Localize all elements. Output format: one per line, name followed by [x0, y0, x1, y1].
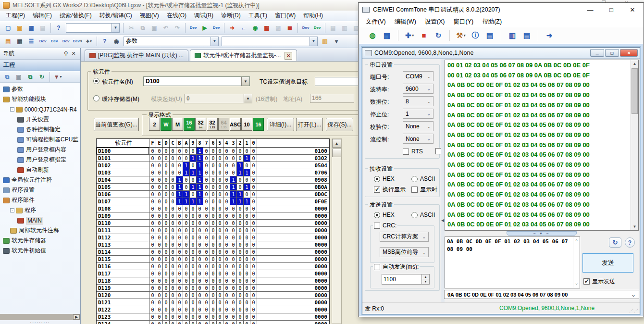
- bit-cell[interactable]: 0: [197, 234, 203, 241]
- bit-cell[interactable]: 0: [217, 313, 223, 320]
- bit-cell[interactable]: 0: [149, 285, 156, 291]
- bit-cell[interactable]: 0: [170, 205, 176, 212]
- buffer-monitor-icon[interactable]: ▦: [261, 23, 272, 33]
- bit-cell[interactable]: 0: [223, 249, 230, 255]
- bit-cell[interactable]: 0: [230, 256, 237, 262]
- bit-cell[interactable]: 0: [203, 321, 210, 324]
- bit-cell[interactable]: 0: [183, 299, 190, 306]
- bit-cell[interactable]: 0: [230, 263, 237, 270]
- port-select[interactable]: COM9⌄: [403, 71, 433, 81]
- bit-cell[interactable]: 0: [149, 270, 156, 277]
- bit-cell[interactable]: 0: [163, 212, 170, 219]
- new-project-icon[interactable]: ▢: [3, 23, 13, 33]
- connect-icon[interactable]: ◍: [365, 30, 380, 41]
- crc-checkbox[interactable]: CRC:: [373, 222, 397, 229]
- bit-cell[interactable]: 0: [176, 205, 183, 212]
- menu-item[interactable]: 视图(V): [136, 10, 163, 21]
- com9-close-button[interactable]: ✕: [620, 49, 638, 57]
- bit-cell[interactable]: 0: [217, 212, 223, 219]
- menu-item[interactable]: 诊断(D): [217, 10, 245, 21]
- bit-cell[interactable]: 0: [210, 285, 217, 291]
- tree-item-user-frame-spec[interactable]: 用户登录框指定: [0, 155, 80, 165]
- bit-cell[interactable]: 0: [244, 292, 250, 299]
- device-cell[interactable]: D100: [97, 148, 149, 154]
- bit-cell[interactable]: 0: [244, 176, 250, 183]
- checkbox-icon[interactable]: [374, 223, 380, 229]
- bit-cell[interactable]: 0: [237, 148, 244, 154]
- bit-cell[interactable]: 0: [197, 256, 203, 262]
- device-cell[interactable]: D104: [97, 176, 149, 183]
- bit-cell[interactable]: 0: [244, 162, 250, 169]
- window-cascade-icon[interactable]: ▤: [328, 23, 338, 33]
- format-64real-button[interactable]: 641.23: [218, 118, 229, 131]
- bit-cell[interactable]: 0: [197, 306, 203, 313]
- bit-cell[interactable]: 0: [237, 234, 244, 241]
- bit-cell[interactable]: 0: [170, 306, 176, 313]
- bit-cell[interactable]: 1: [176, 198, 183, 205]
- tree-item-cpu-monitor[interactable]: 可编程控制器CPU监: [0, 135, 80, 145]
- value-cell[interactable]: 0000: [257, 205, 329, 212]
- menu-item[interactable]: 文件(V): [361, 16, 390, 27]
- value-cell[interactable]: 0000: [257, 321, 329, 324]
- bit-cell[interactable]: 0: [217, 306, 223, 313]
- bit-cell[interactable]: 0: [244, 249, 250, 255]
- bit-cell[interactable]: 1: [237, 191, 244, 198]
- com9-maximize-button[interactable]: ▢: [605, 49, 619, 57]
- value-cell[interactable]: 0000: [257, 292, 329, 299]
- flowctrl-select[interactable]: None⌄: [403, 134, 433, 144]
- bit-cell[interactable]: 0: [170, 292, 176, 299]
- bit-cell[interactable]: 0: [170, 162, 176, 169]
- bit-cell[interactable]: 0: [149, 306, 156, 313]
- bit-cell[interactable]: 0: [203, 162, 210, 169]
- bit-cell[interactable]: 0: [250, 292, 257, 299]
- bit-cell[interactable]: 0: [190, 176, 197, 183]
- bit-cell[interactable]: 0: [176, 263, 183, 270]
- checkbox-icon[interactable]: [403, 149, 409, 155]
- tab-prg-monitor-main[interactable]: [PRG]监视 执行中 MAIN (只读) ...: [85, 50, 188, 61]
- bit-cell[interactable]: 0: [223, 270, 230, 277]
- device-batch2-icon[interactable]: Dev: [312, 23, 322, 33]
- bit-cell[interactable]: 0: [223, 313, 230, 320]
- bit-cell[interactable]: 0: [197, 212, 203, 219]
- bit-cell[interactable]: 0: [210, 198, 217, 205]
- bit-cell[interactable]: 0: [244, 306, 250, 313]
- menu-item[interactable]: 帮助(Z): [478, 16, 506, 27]
- table-row[interactable]: D11400000000000000000000: [97, 249, 329, 256]
- bit-cell[interactable]: 0: [237, 256, 244, 262]
- tile-horizontal-icon[interactable]: ▤: [520, 30, 534, 41]
- bit-cell[interactable]: 0: [183, 256, 190, 262]
- filter-icon[interactable]: ▼▾: [52, 72, 63, 82]
- bit-cell[interactable]: 0: [230, 299, 237, 306]
- bit-cell[interactable]: 0: [203, 306, 210, 313]
- bit-cell[interactable]: 0: [217, 148, 223, 154]
- bit-cell[interactable]: 0: [156, 162, 163, 169]
- menu-item[interactable]: 工具(T): [245, 10, 271, 21]
- bit-cell[interactable]: 0: [170, 184, 176, 190]
- bit-cell[interactable]: 0: [217, 249, 223, 255]
- bit-cell[interactable]: 1: [190, 198, 197, 205]
- bit-cell[interactable]: 0: [210, 191, 217, 198]
- bit-cell[interactable]: 0: [237, 321, 244, 324]
- device-cell[interactable]: D119: [97, 285, 149, 291]
- bit-cell[interactable]: 0: [223, 205, 230, 212]
- bit-cell[interactable]: 0: [210, 227, 217, 234]
- bit-cell[interactable]: 0: [183, 205, 190, 212]
- bit-cell[interactable]: 0: [170, 176, 176, 183]
- scroll-up-icon[interactable]: ▲: [631, 60, 638, 67]
- project-view-icon[interactable]: ▤: [3, 36, 13, 47]
- baud-select[interactable]: 9600⌄: [403, 84, 433, 94]
- bit-cell[interactable]: 0: [250, 263, 257, 270]
- bit-cell[interactable]: 0: [250, 220, 257, 226]
- format-32bit-button[interactable]: 32bit: [195, 118, 206, 131]
- bit-cell[interactable]: 0: [223, 155, 230, 162]
- bit-cell[interactable]: 0: [156, 321, 163, 324]
- bit-cell[interactable]: 1: [183, 162, 190, 169]
- bit-cell[interactable]: 0: [190, 249, 197, 255]
- bit-cell[interactable]: 0: [244, 285, 250, 291]
- menu-item[interactable]: 转换/编译(C): [96, 10, 136, 21]
- find-icon[interactable]: ◉: [111, 36, 122, 47]
- tree-item-device-initial[interactable]: 软元件初始值: [0, 246, 80, 256]
- bit-cell[interactable]: 0: [170, 313, 176, 320]
- bit-cell[interactable]: 1: [244, 184, 250, 190]
- table-row[interactable]: D11800000000000000000000: [97, 277, 329, 285]
